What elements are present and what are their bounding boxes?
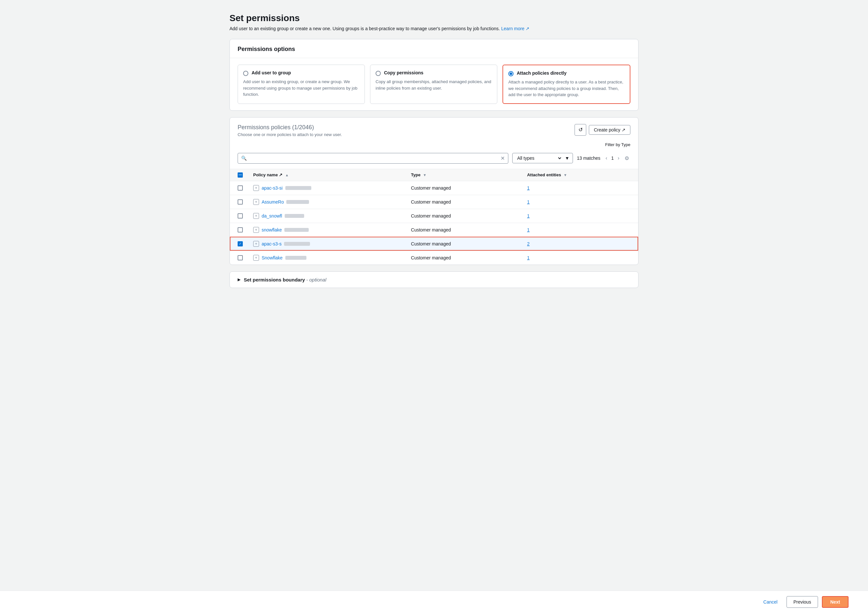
page-title: Set permissions — [229, 13, 639, 23]
table-row: + apac-s3-si Customer managed 1 — [230, 181, 638, 195]
option-desc-add-to-group: Add user to an existing group, or create… — [243, 79, 360, 98]
select-all-checkbox[interactable] — [238, 172, 243, 178]
row3-entities: 1 — [522, 209, 638, 223]
option-copy-permissions[interactable]: Copy permissions Copy all group membersh… — [370, 65, 497, 104]
permissions-options-body: Add user to group Add user to an existin… — [230, 58, 638, 110]
row5-type: Customer managed — [406, 237, 522, 251]
row2-entities: 1 — [522, 195, 638, 209]
entities-sort-icon[interactable]: ▼ — [564, 173, 567, 177]
option-add-to-group[interactable]: Add user to group Add user to an existin… — [238, 65, 365, 104]
radio-add-to-group[interactable] — [243, 71, 248, 76]
create-policy-button[interactable]: Create policy ↗ — [589, 125, 630, 135]
th-attached-entities: Attached entities ▼ — [522, 169, 638, 181]
chevron-down-icon: ▼ — [565, 155, 569, 161]
page-subtitle: Add user to an existing group or create … — [229, 26, 639, 31]
row2-checkbox[interactable] — [238, 199, 243, 205]
row3-checkbox[interactable] — [238, 213, 243, 219]
row4-type: Customer managed — [406, 223, 522, 237]
row4-entities: 1 — [522, 223, 638, 237]
row3-checkbox-cell — [230, 209, 248, 223]
th-type: Type ▼ — [406, 169, 522, 181]
policies-header: Permissions policies (1/2046) Choose one… — [230, 118, 638, 142]
row6-expand-button[interactable]: + — [253, 255, 259, 261]
type-filter[interactable]: All types AWS managed Customer managed J… — [512, 153, 573, 163]
row1-policy-link[interactable]: apac-s3-si — [262, 185, 283, 191]
row5-blur — [284, 242, 310, 246]
filter-row: 🔍 ✕ All types AWS managed Customer manag… — [238, 153, 630, 164]
permissions-policies-card: Permissions policies (1/2046) Choose one… — [229, 117, 639, 265]
radio-copy-permissions[interactable] — [375, 71, 381, 76]
option-header-attach-directly: Attach policies directly — [508, 70, 625, 76]
row3-expand-button[interactable]: + — [253, 213, 259, 219]
row2-entities-link[interactable]: 1 — [527, 199, 530, 205]
option-desc-attach-directly: Attach a managed policy directly to a us… — [508, 79, 625, 98]
learn-more-link[interactable]: Learn more ↗ — [501, 26, 529, 31]
row4-policy-name: + snowflake — [248, 223, 406, 237]
search-box[interactable]: 🔍 ✕ — [238, 153, 508, 164]
policies-subtitle: Choose one or more policies to attach to… — [238, 132, 342, 137]
row4-policy-link[interactable]: snowflake — [262, 227, 282, 233]
row5-checkbox[interactable] — [238, 241, 243, 247]
row3-policy-name: + da_snowfl — [248, 209, 406, 223]
previous-button[interactable]: Previous — [786, 596, 818, 608]
row4-checkbox[interactable] — [238, 227, 243, 233]
boundary-section[interactable]: ▶ Set permissions boundary - optional — [229, 272, 639, 288]
table-row: + apac-s3-s Customer managed 2 — [230, 237, 638, 251]
row6-entities-link[interactable]: 1 — [527, 255, 530, 261]
option-attach-directly[interactable]: Attach policies directly Attach a manage… — [502, 65, 630, 104]
permissions-options-title: Permissions options — [238, 46, 630, 53]
row1-entities-link[interactable]: 1 — [527, 185, 530, 191]
row5-entities: 2 — [522, 237, 638, 251]
next-button[interactable]: Next — [822, 596, 848, 608]
row5-entities-link[interactable]: 2 — [527, 241, 530, 247]
refresh-button[interactable]: ↺ — [575, 124, 586, 136]
type-sort-icon[interactable]: ▼ — [423, 173, 426, 177]
table-row: + AssumeRo Customer managed 1 — [230, 195, 638, 209]
row2-expand-button[interactable]: + — [253, 199, 259, 205]
row1-entities: 1 — [522, 181, 638, 195]
row1-expand-button[interactable]: + — [253, 185, 259, 191]
row5-policy-name: + apac-s3-s — [248, 237, 406, 251]
row2-checkbox-cell — [230, 195, 248, 209]
filter-bar: Filter by Type 🔍 ✕ All types AWS managed… — [230, 142, 638, 169]
row4-expand-button[interactable]: + — [253, 227, 259, 233]
clear-search-button[interactable]: ✕ — [501, 155, 505, 161]
next-page-button[interactable]: › — [617, 154, 621, 162]
table-settings-button[interactable]: ⚙ — [623, 154, 630, 163]
policies-title: Permissions policies (1/2046) — [238, 124, 342, 131]
row6-checkbox[interactable] — [238, 255, 243, 261]
row5-policy-link[interactable]: apac-s3-s — [262, 241, 281, 247]
option-title-add-to-group: Add user to group — [251, 70, 291, 75]
pagination: ‹ 1 › ⚙ — [604, 154, 630, 163]
option-desc-copy-permissions: Copy all group memberships, attached man… — [375, 79, 492, 91]
table-row: + Snowflake Customer managed 1 — [230, 251, 638, 265]
row4-entities-link[interactable]: 1 — [527, 227, 530, 233]
row3-entities-link[interactable]: 1 — [527, 213, 530, 219]
option-title-attach-directly: Attach policies directly — [517, 70, 566, 76]
row1-type: Customer managed — [406, 181, 522, 195]
row6-policy-link[interactable]: Snowflake — [262, 255, 283, 261]
matches-count: 13 matches — [577, 155, 600, 161]
table-row: + snowflake Customer managed 1 — [230, 223, 638, 237]
prev-page-button[interactable]: ‹ — [604, 154, 609, 162]
row6-blur — [285, 256, 307, 260]
cancel-button[interactable]: Cancel — [758, 596, 783, 608]
create-policy-label: Create policy ↗ — [594, 127, 626, 132]
row6-checkbox-cell — [230, 251, 248, 265]
search-icon: 🔍 — [241, 155, 247, 161]
search-input[interactable] — [249, 155, 498, 161]
page-number: 1 — [611, 155, 614, 161]
radio-attach-directly[interactable] — [508, 71, 513, 76]
boundary-chevron-icon: ▶ — [238, 277, 240, 282]
row5-expand-button[interactable]: + — [253, 241, 259, 247]
row6-entities: 1 — [522, 251, 638, 265]
row3-blur — [285, 214, 304, 218]
row4-checkbox-cell — [230, 223, 248, 237]
boundary-optional: - optional — [307, 277, 327, 282]
row1-checkbox[interactable] — [238, 185, 243, 191]
policy-sort-icon[interactable]: ▲ — [285, 173, 288, 177]
type-filter-select[interactable]: All types AWS managed Customer managed J… — [516, 155, 562, 161]
row2-policy-link[interactable]: AssumeRo — [262, 199, 284, 205]
row1-checkbox-cell — [230, 181, 248, 195]
row3-policy-link[interactable]: da_snowfl — [262, 213, 282, 219]
